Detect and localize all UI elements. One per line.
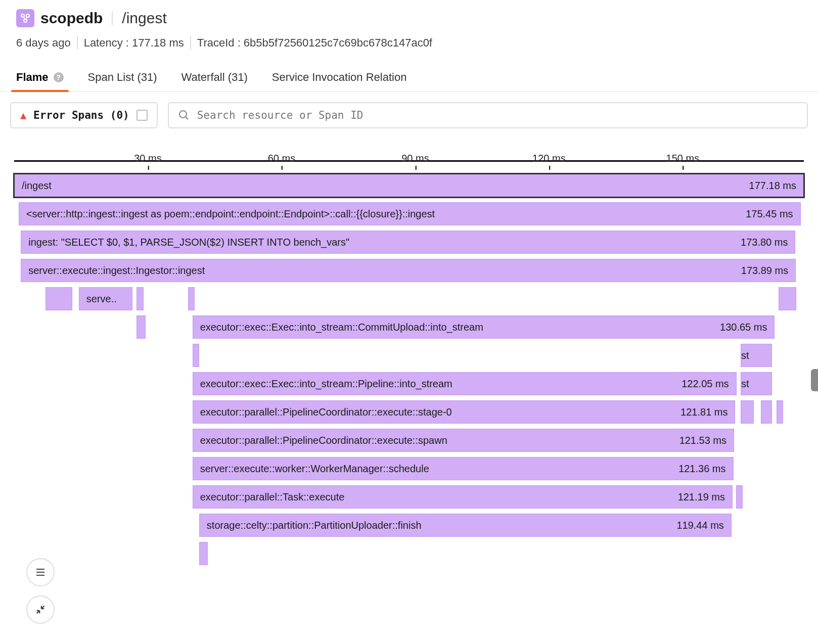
timeline-axis: 30 ms60 ms90 ms120 ms150 ms xyxy=(14,141,804,162)
service-icon xyxy=(16,9,34,27)
span-bar[interactable] xyxy=(777,400,783,424)
span-label: st xyxy=(741,350,749,361)
error-spans-checkbox[interactable] xyxy=(137,110,148,121)
title-divider xyxy=(112,11,113,25)
span-bar[interactable] xyxy=(741,400,754,424)
tab-waterfall[interactable]: Waterfall (31) xyxy=(181,64,248,91)
flame-graph[interactable]: /ingest177.18 ms<server::http::ingest::i… xyxy=(14,174,804,565)
flame-row: ingest: "SELECT $0, $1, PARSE_JSON($2) I… xyxy=(14,231,804,254)
span-bar[interactable] xyxy=(193,344,199,367)
flame-row: executor::parallel::PipelineCoordinator:… xyxy=(14,400,804,424)
svg-point-2 xyxy=(24,19,27,22)
endpoint-path: /ingest xyxy=(122,10,166,27)
span-label: executor::exec::Exec::into_stream::Pipel… xyxy=(200,378,452,390)
tab-flame[interactable]: Flame ? xyxy=(16,64,64,91)
flame-row: <server::http::ingest::ingest as poem::e… xyxy=(14,202,804,225)
service-name: scopedb xyxy=(40,10,103,27)
span-label: server::execute::ingest::Ingestor::inges… xyxy=(28,265,205,277)
span-bar[interactable]: executor::exec::Exec::into_stream::Pipel… xyxy=(193,372,737,395)
latency-label: Latency : 177.18 ms xyxy=(84,36,184,50)
span-bar[interactable]: ingest: "SELECT $0, $1, PARSE_JSON($2) I… xyxy=(21,231,795,254)
flame-row: /ingest177.18 ms xyxy=(14,174,804,197)
flame-row: st xyxy=(14,344,804,367)
meta-divider xyxy=(77,36,78,50)
flame-row: server::execute::worker::WorkerManager::… xyxy=(14,457,804,480)
span-duration: 173.89 ms xyxy=(734,265,788,277)
span-label: ingest: "SELECT $0, $1, PARSE_JSON($2) I… xyxy=(28,237,349,248)
span-label: st xyxy=(741,378,749,390)
svg-line-4 xyxy=(186,117,188,119)
span-duration: 119.44 ms xyxy=(669,520,723,531)
span-bar[interactable] xyxy=(779,287,796,310)
axis-tick: 150 ms xyxy=(666,153,700,164)
search-box[interactable] xyxy=(168,102,808,128)
time-ago: 6 days ago xyxy=(16,36,71,50)
axis-tick: 30 ms xyxy=(134,153,161,164)
span-label: serve.. xyxy=(86,293,117,305)
span-bar[interactable] xyxy=(137,287,143,310)
span-bar[interactable]: server::execute::worker::WorkerManager::… xyxy=(193,457,734,480)
flame-row: storage::celty::partition::PartitionUplo… xyxy=(14,514,804,537)
span-bar[interactable]: executor::parallel::PipelineCoordinator:… xyxy=(193,400,736,424)
span-bar[interactable] xyxy=(188,287,195,310)
span-label: executor::parallel::Task::execute xyxy=(200,491,345,503)
span-bar[interactable]: /ingest177.18 ms xyxy=(14,174,804,197)
span-bar[interactable] xyxy=(199,542,208,565)
tab-span-list[interactable]: Span List (31) xyxy=(88,64,157,91)
help-icon[interactable]: ? xyxy=(54,72,64,82)
span-bar[interactable] xyxy=(761,400,772,424)
span-label: executor::parallel::PipelineCoordinator:… xyxy=(200,435,447,446)
tab-span-list-label: Span List (31) xyxy=(88,71,157,84)
span-bar[interactable]: serve.. xyxy=(79,287,132,310)
span-duration: 175.45 ms xyxy=(739,208,793,220)
span-label: executor::parallel::PipelineCoordinator:… xyxy=(200,406,452,418)
trace-id-label: TraceId : 6b5b5f72560125c7c69bc678c147ac… xyxy=(197,36,432,50)
span-bar[interactable]: executor::parallel::Task::execute121.19 … xyxy=(193,485,733,509)
span-bar[interactable]: st xyxy=(741,372,772,395)
span-bar[interactable] xyxy=(736,485,743,509)
side-panel-handle[interactable] xyxy=(811,369,818,391)
flame-row: executor::exec::Exec::into_stream::Commi… xyxy=(14,315,804,339)
tab-service-invocation[interactable]: Service Invocation Relation xyxy=(272,64,407,91)
flame-row: executor::parallel::Task::execute121.19 … xyxy=(14,485,804,509)
span-bar[interactable]: st xyxy=(741,344,772,367)
span-duration: 121.81 ms xyxy=(673,406,728,418)
error-spans-label: Error Spans (0) xyxy=(33,109,129,121)
flame-row: executor::exec::Exec::into_stream::Pipel… xyxy=(14,372,804,395)
span-duration: 121.19 ms xyxy=(671,491,725,503)
list-toggle-button[interactable] xyxy=(26,558,55,570)
span-duration: 121.36 ms xyxy=(671,463,725,475)
span-duration: 122.05 ms xyxy=(674,378,729,390)
axis-tick: 120 ms xyxy=(532,153,566,164)
search-input[interactable] xyxy=(197,109,798,121)
span-duration: 130.65 ms xyxy=(713,321,767,333)
tab-flame-label: Flame xyxy=(16,71,49,84)
flame-row: serve.. xyxy=(14,287,804,310)
span-duration: 121.53 ms xyxy=(672,435,726,446)
axis-tick: 60 ms xyxy=(268,153,295,164)
flame-row: executor::parallel::PipelineCoordinator:… xyxy=(14,429,804,452)
tab-service-invocation-label: Service Invocation Relation xyxy=(272,71,407,84)
span-label: server::execute::worker::WorkerManager::… xyxy=(200,463,429,475)
flame-row: server::execute::ingest::Ingestor::inges… xyxy=(14,259,804,282)
span-bar[interactable]: storage::celty::partition::PartitionUplo… xyxy=(199,514,732,537)
span-bar[interactable]: server::execute::ingest::Ingestor::inges… xyxy=(21,259,796,282)
axis-tick: 90 ms xyxy=(401,153,429,164)
flame-row xyxy=(14,542,804,565)
span-label: <server::http::ingest::ingest as poem::e… xyxy=(26,208,435,220)
span-label: executor::exec::Exec::into_stream::Commi… xyxy=(200,321,483,333)
span-duration: 173.80 ms xyxy=(734,237,788,248)
warning-icon: ▲ xyxy=(20,109,26,121)
span-bar[interactable] xyxy=(46,287,72,310)
error-spans-toggle[interactable]: ▲ Error Spans (0) xyxy=(10,102,158,128)
span-label: storage::celty::partition::PartitionUplo… xyxy=(207,520,422,531)
span-bar[interactable]: executor::parallel::PipelineCoordinator:… xyxy=(193,429,734,452)
span-bar[interactable] xyxy=(137,315,146,339)
span-duration: 177.18 ms xyxy=(742,180,796,192)
span-bar[interactable]: executor::exec::Exec::into_stream::Commi… xyxy=(193,315,775,339)
search-icon xyxy=(178,109,190,121)
meta-divider xyxy=(190,36,191,50)
svg-point-3 xyxy=(179,111,187,118)
tab-waterfall-label: Waterfall (31) xyxy=(181,71,248,84)
span-bar[interactable]: <server::http::ingest::ingest as poem::e… xyxy=(19,202,801,225)
